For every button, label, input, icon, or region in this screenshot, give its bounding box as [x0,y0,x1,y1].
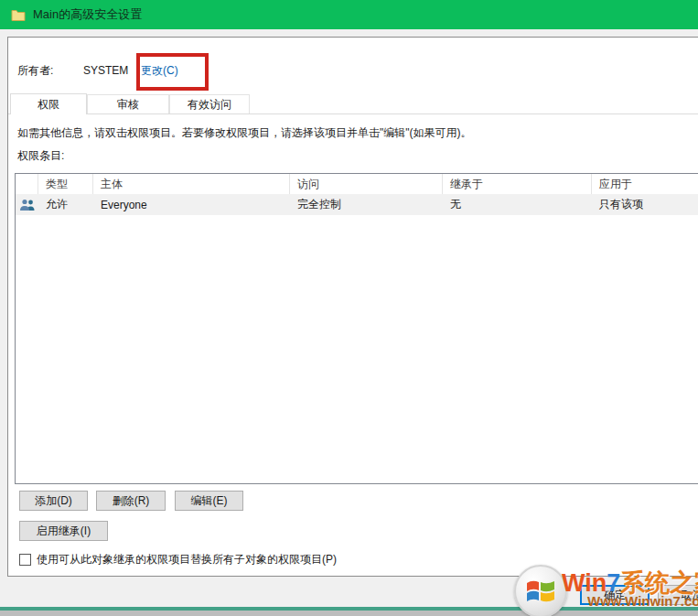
tab-permissions[interactable]: 权限 [10,93,87,114]
cancel-button[interactable]: 取消 [658,585,698,605]
users-icon [16,194,38,215]
window-title: Main的高级安全设置 [33,6,142,23]
cell-principal: Everyone [93,194,290,215]
header-icon-column [16,174,38,194]
replace-permissions-row: 使用可从此对象继承的权限项目替换所有子对象的权限项目(P) [19,552,337,567]
add-button[interactable]: 添加(D) [19,491,88,511]
cell-inherited-from: 无 [443,194,592,215]
permission-entries-label: 权限条目: [17,148,64,164]
header-principal[interactable]: 主体 [93,174,290,194]
edit-button[interactable]: 编辑(E) [175,491,243,511]
owner-value: SYSTEM [83,64,141,77]
header-type[interactable]: 类型 [38,174,93,194]
replace-permissions-checkbox[interactable] [19,554,31,566]
change-owner-link[interactable]: 更改(C) [141,63,178,79]
remove-button[interactable]: 删除(R) [96,491,166,511]
header-applies-to[interactable]: 应用于 [592,174,698,194]
owner-label: 所有者: [17,63,83,79]
enable-inheritance-button[interactable]: 启用继承(I) [19,521,108,541]
header-access[interactable]: 访问 [290,174,443,194]
cell-applies-to: 只有该项 [592,194,698,215]
owner-row: 所有者: SYSTEM 更改(C) [17,62,178,79]
cell-access: 完全控制 [290,194,443,215]
instructions-text: 如需其他信息，请双击权限项目。若要修改权限项目，请选择该项目并单击"编辑"(如果… [17,125,698,141]
cell-type: 允许 [38,194,93,215]
folder-icon [11,8,26,22]
header-inherited-from[interactable]: 继承于 [443,174,592,194]
ok-button[interactable]: 确定 [580,585,650,605]
tab-effective-access-label: 有效访问 [188,97,231,113]
table-row[interactable]: 允许 Everyone 完全控制 无 只有该项 [16,194,698,215]
table-header-row: 类型 主体 访问 继承于 应用于 [16,174,698,194]
tab-auditing-label: 审核 [117,97,139,113]
tab-bar: 权限 审核 有效访问 [8,93,698,114]
tab-auditing[interactable]: 审核 [87,94,169,113]
permission-entries-table[interactable]: 类型 主体 访问 继承于 应用于 允许 Everyone 完全控制 无 只有该项 [15,173,698,484]
title-bar: Main的高级安全设置 [0,0,698,29]
advanced-security-dialog: 所有者: SYSTEM 更改(C) 权限 审核 有效访问 如需其他信息，请双击权… [7,37,698,577]
tab-effective-access[interactable]: 有效访问 [169,94,250,113]
replace-permissions-label: 使用可从此对象继承的权限项目替换所有子对象的权限项目(P) [37,552,337,567]
bottom-gray-edge [0,611,698,616]
tab-permissions-label: 权限 [38,97,59,113]
